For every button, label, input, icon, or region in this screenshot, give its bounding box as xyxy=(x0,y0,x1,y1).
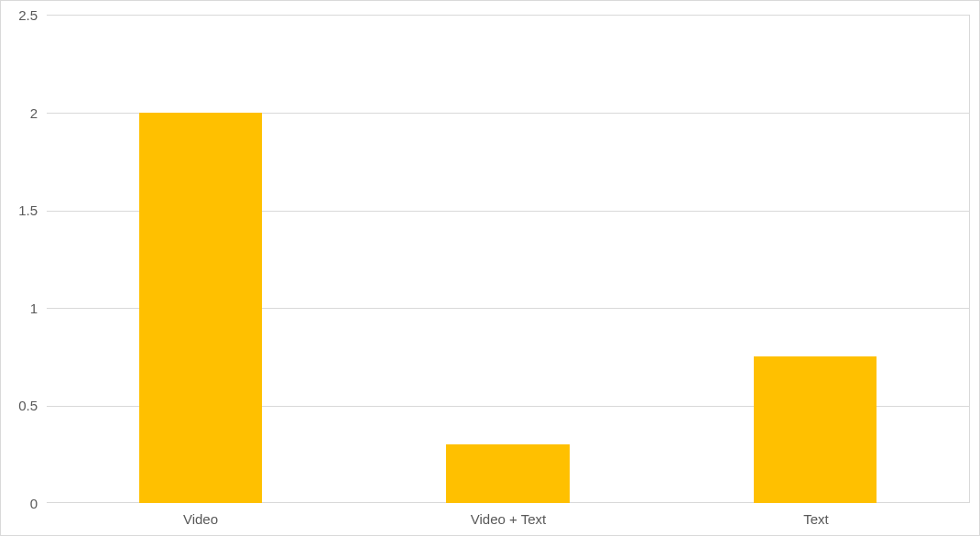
y-tick-label: 1 xyxy=(30,300,38,315)
y-tick-label: 0.5 xyxy=(18,398,38,413)
bar xyxy=(754,356,877,503)
bar xyxy=(446,444,569,503)
x-tick-label: Text xyxy=(662,506,970,535)
y-tick-label: 1.5 xyxy=(18,202,38,218)
x-tick-label: Video + Text xyxy=(354,506,662,535)
bar-slot xyxy=(47,16,354,503)
y-tick-label: 2.5 xyxy=(18,7,38,23)
bar xyxy=(139,113,262,503)
chart-container: 2.5 2 1.5 1 0.5 0 VideoVideo + TextText xyxy=(0,0,980,536)
bars-area xyxy=(47,16,969,503)
x-axis: VideoVideo + TextText xyxy=(47,506,970,535)
bar-slot xyxy=(661,16,969,503)
bar-slot xyxy=(354,16,662,503)
y-tick-label: 0 xyxy=(30,496,38,511)
y-tick-label: 2 xyxy=(30,104,38,120)
plot-area xyxy=(47,15,970,503)
x-tick-label: Video xyxy=(47,506,354,535)
y-axis: 2.5 2 1.5 1 0.5 0 xyxy=(1,15,42,503)
